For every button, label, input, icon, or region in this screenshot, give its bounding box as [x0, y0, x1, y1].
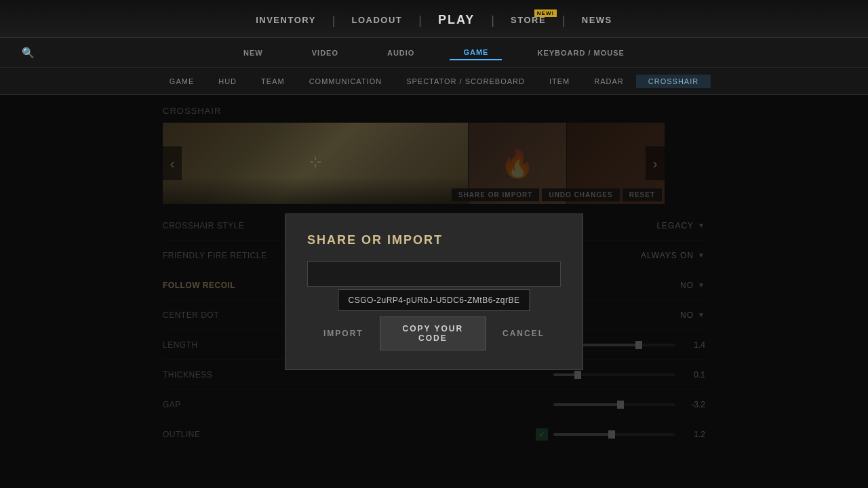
sub-nav-hud[interactable]: HUD [206, 75, 249, 88]
nav-news[interactable]: NEWS [566, 11, 629, 29]
modal-buttons: IMPORT COPY YOUR CODE CANCEL [307, 317, 561, 350]
code-tooltip: CSGO-2uRP4-pURbJ-U5DC6-ZMtB6-zqrBE [338, 289, 530, 311]
settings-nav-new[interactable]: NEW [230, 46, 277, 60]
modal-title: Share or Import [307, 233, 561, 247]
sub-nav-crosshair[interactable]: CROSSHAIR [636, 75, 711, 88]
sub-nav-radar[interactable]: RADAR [582, 75, 636, 88]
settings-nav-keyboard[interactable]: KEYBOARD / MOUSE [524, 46, 637, 60]
nav-loadout[interactable]: LOADOUT [336, 11, 419, 29]
search-icon[interactable]: 🔍 [22, 47, 35, 59]
nav-play[interactable]: PLAY [422, 9, 491, 31]
modal-input-area: CSGO-2uRP4-pURbJ-U5DC6-ZMtB6-zqrBE [307, 261, 561, 287]
sub-nav-spectator[interactable]: SPECTATOR / SCOREBOARD [394, 75, 537, 88]
settings-nav-audio[interactable]: AUDIO [374, 46, 428, 60]
top-nav: INVENTORY | LOADOUT | PLAY | STORE NEW! … [0, 0, 868, 38]
modal-overlay[interactable]: Share or Import CSGO-2uRP4-pURbJ-U5DC6-Z… [0, 95, 868, 488]
sub-nav-team[interactable]: TEAM [249, 75, 297, 88]
sub-nav-communication[interactable]: COMMUNICATION [297, 75, 395, 88]
store-new-badge: NEW! [534, 9, 557, 17]
copy-code-button[interactable]: COPY YOUR CODE [380, 317, 486, 350]
settings-nav-game[interactable]: GAME [450, 45, 502, 60]
nav-store[interactable]: STORE NEW! [494, 11, 562, 29]
main-container: INVENTORY | LOADOUT | PLAY | STORE NEW! … [0, 0, 868, 488]
cancel-button[interactable]: CANCEL [486, 317, 561, 350]
settings-nav-video[interactable]: VIDEO [298, 46, 352, 60]
sub-nav-game[interactable]: GAME [157, 75, 206, 88]
nav-inventory[interactable]: INVENTORY [239, 11, 332, 29]
sub-nav: GAME HUD TEAM COMMUNICATION SPECTATOR / … [0, 68, 868, 95]
content-area: Crosshair ‹ [0, 95, 868, 488]
crosshair-code-input[interactable] [307, 261, 561, 287]
settings-nav: 🔍 NEW VIDEO AUDIO GAME KEYBOARD / MOUSE [0, 38, 868, 68]
sub-nav-item[interactable]: ITEM [537, 75, 582, 88]
import-button[interactable]: IMPORT [307, 317, 380, 350]
share-import-modal: Share or Import CSGO-2uRP4-pURbJ-U5DC6-Z… [285, 214, 583, 370]
